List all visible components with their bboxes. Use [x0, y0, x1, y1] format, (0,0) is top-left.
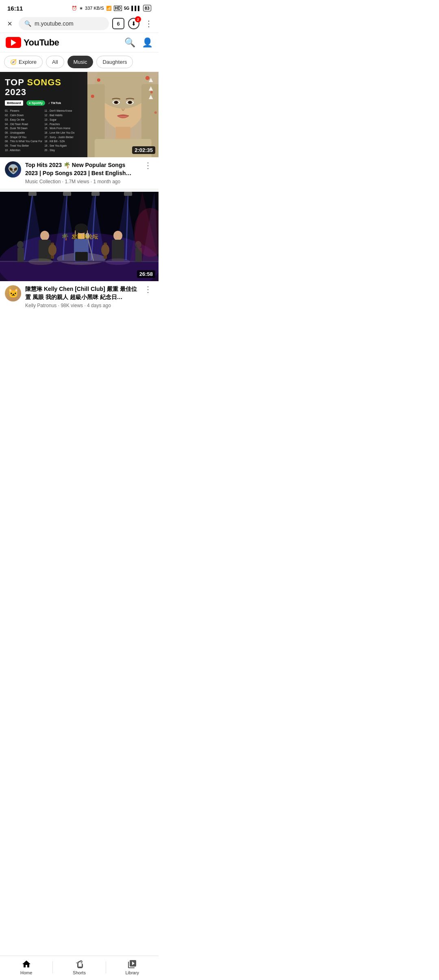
svg-rect-58	[17, 248, 24, 262]
svg-point-10	[115, 101, 117, 104]
brand-logos: Billboard ● Spotify ♪ TikTok	[5, 100, 83, 106]
watermark-icon: 🌴	[61, 233, 69, 241]
youtube-logo-icon	[6, 37, 21, 48]
video-subtitle-2: Kelly Patronus · 98K views · 4 days ago	[25, 303, 138, 308]
svg-point-37	[40, 231, 49, 241]
filter-pill-music-label: Music	[74, 59, 87, 65]
header-icons: 🔍 👤	[124, 37, 153, 48]
avatar-icon-2: 🐱	[8, 288, 19, 299]
network-speed: 337 KB/S	[85, 6, 104, 11]
time-ago-1: 1 month ago	[93, 179, 120, 184]
wifi-icon: 📶	[106, 6, 112, 11]
time-ago-2: 4 days ago	[87, 303, 111, 308]
video-duration-1: 2:02:35	[132, 146, 155, 154]
scroll-arrows: ▲ ▲ ▲	[147, 76, 154, 100]
account-icon[interactable]: 👤	[142, 37, 153, 48]
svg-point-57	[17, 241, 24, 248]
browser-close-button[interactable]: ×	[4, 19, 15, 28]
browser-bar: × 🔍 m.youtube.com 6 ⬇ 2 ⋮	[0, 15, 159, 33]
video-card-2: 🌴 发现鸟论坛 26:58 🐱 陳慧琳 Kelly Chen [Chill Cl…	[0, 192, 159, 312]
alarm-icon: ⏰	[72, 6, 77, 11]
spotify-logo: ● Spotify	[26, 100, 45, 106]
svg-point-18	[154, 111, 156, 114]
download-button[interactable]: ⬇ 2	[128, 17, 140, 30]
filter-pill-daughters-label: Daughters	[102, 59, 127, 65]
watermark-text: 发现鸟论坛	[72, 233, 98, 240]
svg-rect-34	[63, 192, 71, 196]
channel-avatar-2[interactable]: 🐱	[5, 285, 21, 301]
video-title-1[interactable]: Top Hits 2023 🌴 New Popular Songs 2023 |…	[25, 161, 138, 177]
video-subtitle-1: Music Collection · 1.7M views · 1 month …	[25, 179, 138, 184]
svg-rect-33	[28, 192, 37, 196]
svg-point-55	[28, 258, 53, 265]
thumbnail-title: TOP SONGS 2023	[5, 78, 83, 97]
filter-pill-daughters[interactable]: Daughters	[96, 56, 133, 68]
tiktok-logo: ♪ TikTok	[48, 101, 61, 105]
top-songs-thumbnail: TOP SONGS 2023 Billboard ● Spotify ♪ Tik…	[0, 72, 159, 157]
video-meta-1: Top Hits 2023 🌴 New Popular Songs 2023 |…	[25, 161, 138, 184]
url-text: m.youtube.com	[35, 20, 74, 27]
tab-count-button[interactable]: 6	[112, 18, 124, 29]
filter-pill-explore[interactable]: 🧭 Explore	[4, 56, 43, 68]
svg-point-13	[128, 101, 131, 104]
svg-rect-47	[81, 252, 88, 261]
svg-point-53	[101, 244, 109, 256]
youtube-logo[interactable]: YouTube	[6, 37, 59, 48]
youtube-header: YouTube 🔍 👤	[0, 33, 159, 52]
video-thumbnail-1[interactable]: TOP SONGS 2023 Billboard ● Spotify ♪ Tik…	[0, 72, 159, 157]
bluetooth-icon: ∗	[79, 6, 83, 11]
avatar-icon-1: 👽	[8, 164, 19, 175]
search-icon[interactable]: 🔍	[124, 37, 135, 48]
watermark: 🌴 发现鸟论坛	[61, 233, 98, 241]
download-badge: 2	[135, 16, 141, 22]
video-more-button-2[interactable]: ⋮	[142, 285, 154, 293]
status-time: 16:11	[7, 5, 23, 12]
filter-bar: 🧭 Explore All Music Daughters	[0, 52, 159, 72]
video-info-1: 👽 Top Hits 2023 🌴 New Popular Songs 2023…	[0, 157, 159, 189]
channel-avatar-1[interactable]: 👽	[5, 161, 21, 178]
concert-thumbnail: 🌴 发现鸟论坛 26:58	[0, 192, 159, 281]
video-card-1: TOP SONGS 2023 Billboard ● Spotify ♪ Tik…	[0, 72, 159, 189]
battery-indicator: 83	[143, 5, 151, 11]
explore-icon: 🧭	[10, 59, 17, 65]
separator-1	[0, 189, 159, 192]
video-thumbnail-2[interactable]: 🌴 发现鸟论坛 26:58	[0, 192, 159, 281]
view-count-2: 98K views	[61, 303, 83, 308]
view-count-1: 1.7M views	[65, 179, 89, 184]
5g-icon: 5G	[124, 6, 129, 11]
svg-point-50	[113, 231, 122, 241]
svg-rect-36	[124, 192, 132, 196]
svg-rect-35	[91, 192, 100, 196]
svg-rect-46	[75, 252, 82, 261]
channel-name-2[interactable]: Kelly Patronus	[25, 303, 57, 308]
video-more-button-1[interactable]: ⋮	[142, 161, 154, 169]
song-list: 01 . Flowers 02 . Calm Down 03 . Easy On…	[5, 109, 83, 152]
filter-pill-all[interactable]: All	[46, 56, 64, 68]
svg-point-56	[106, 258, 130, 265]
video-meta-2: 陳慧琳 Kelly Chen [Chill Club] 嚴重 最佳位置 風眼 我…	[25, 285, 138, 308]
thumbnail-right-panel: ▲ ▲ ▲	[87, 72, 159, 157]
main-content: TOP SONGS 2023 Billboard ● Spotify ♪ Tik…	[0, 72, 159, 341]
url-bar[interactable]: 🔍 m.youtube.com	[19, 17, 109, 30]
signal-icon: ▌▌▌	[131, 6, 141, 11]
youtube-logo-text: YouTube	[24, 37, 59, 48]
filter-pill-all-label: All	[52, 59, 58, 65]
video-title-2[interactable]: 陳慧琳 Kelly Chen [Chill Club] 嚴重 最佳位置 風眼 我…	[25, 285, 138, 301]
channel-name-1[interactable]: Music Collection	[25, 179, 61, 184]
filter-pill-explore-label: Explore	[19, 59, 37, 65]
more-options-button[interactable]: ⋮	[143, 19, 154, 28]
svg-point-40	[48, 244, 57, 256]
svg-point-17	[91, 95, 94, 98]
search-icon-small: 🔍	[24, 20, 31, 27]
video-info-2: 🐱 陳慧琳 Kelly Chen [Chill Club] 嚴重 最佳位置 風眼…	[0, 281, 159, 312]
video-duration-2: 26:58	[137, 270, 155, 278]
filter-pill-music[interactable]: Music	[67, 56, 93, 68]
thumbnail-left-panel: TOP SONGS 2023 Billboard ● Spotify ♪ Tik…	[0, 72, 87, 157]
hd-icon: HD	[114, 6, 122, 11]
status-bar: 16:11 ⏰ ∗ 337 KB/S 📶 HD 5G ▌▌▌ 83	[0, 0, 159, 15]
billboard-logo: Billboard	[5, 100, 23, 106]
svg-point-14	[97, 78, 100, 82]
status-icons: ⏰ ∗ 337 KB/S 📶 HD 5G ▌▌▌ 83	[72, 5, 151, 11]
